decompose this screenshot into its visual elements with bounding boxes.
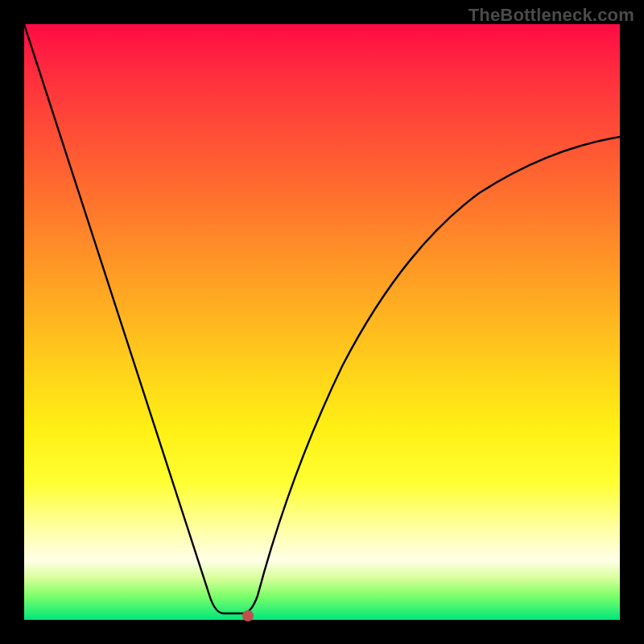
watermark-text: TheBottleneck.com [469, 5, 634, 26]
optimal-point-marker [242, 610, 254, 621]
bottleneck-curve [24, 24, 620, 620]
chart-frame: TheBottleneck.com [0, 0, 644, 644]
curve-path [24, 24, 620, 613]
plot-area [24, 24, 620, 620]
